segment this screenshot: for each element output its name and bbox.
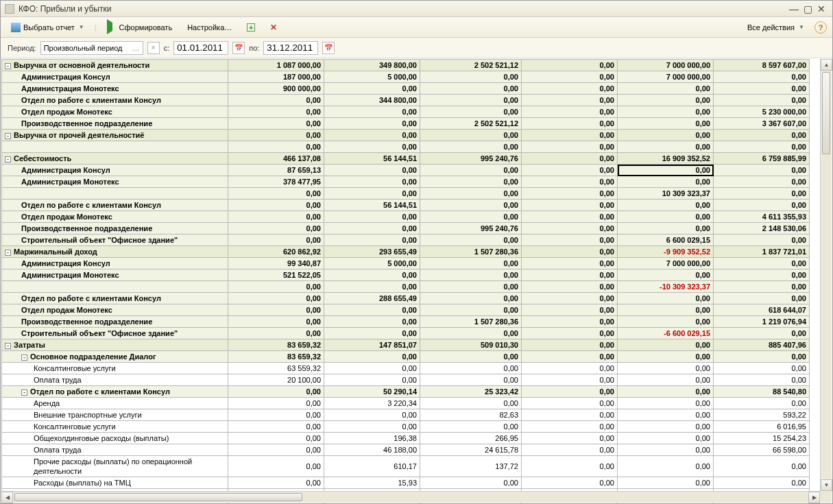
cell-value[interactable]: 0,00 (420, 351, 522, 363)
tree-toggle[interactable]: - (21, 389, 27, 396)
cell-value[interactable]: 0,00 (324, 374, 420, 386)
cell-value[interactable]: 0,00 (420, 176, 522, 188)
cell-value[interactable]: 66 598,00 (714, 444, 810, 456)
cell-value[interactable]: 0,00 (420, 269, 522, 281)
cell-value[interactable]: 0,00 (522, 153, 618, 165)
cell-value[interactable]: 25 323,42 (420, 386, 522, 398)
table-row[interactable]: Внешние транспортные услуги0,000,0082,63… (2, 409, 810, 421)
cell-value[interactable]: 0,00 (618, 444, 714, 456)
cell-value[interactable]: 0,00 (714, 374, 810, 386)
cell-value[interactable]: 0,00 (420, 398, 522, 409)
cell-value[interactable]: 0,00 (714, 141, 810, 153)
cell-value[interactable]: 0,00 (618, 421, 714, 433)
cell-value[interactable]: 0,00 (522, 60, 618, 71)
cell-value[interactable]: 521 522,05 (228, 269, 324, 281)
cell-value[interactable]: 0,00 (324, 421, 420, 433)
cell-value[interactable]: 509 010,30 (420, 339, 522, 351)
cell-value[interactable]: 0,00 (714, 363, 810, 374)
table-row[interactable]: Расходы (выплаты) на ТМЦ0,0015,930,000,0… (2, 477, 810, 489)
cell-value[interactable]: 56 144,51 (324, 153, 420, 165)
cell-value[interactable]: 0,00 (522, 165, 618, 176)
table-row[interactable]: Администрация Консул87 659,130,000,000,0… (2, 165, 810, 176)
cell-value[interactable]: 0,00 (618, 223, 714, 235)
cell-value[interactable]: 0,00 (420, 71, 522, 83)
cell-value[interactable]: 0,00 (324, 363, 420, 374)
cell-value[interactable]: 5 000,00 (324, 258, 420, 269)
cell-value[interactable]: 0,00 (714, 258, 810, 269)
cell-value[interactable]: 1 837 721,01 (714, 246, 810, 258)
cell-value[interactable]: 0,00 (228, 386, 324, 398)
scroll-down-button[interactable]: ▼ (821, 479, 832, 491)
cell-value[interactable]: 63 559,32 (228, 363, 324, 374)
cell-value[interactable]: 0,00 (618, 351, 714, 363)
cell-value[interactable]: 266,95 (420, 433, 522, 444)
cell-value[interactable]: 1 507 280,36 (420, 316, 522, 328)
cell-value[interactable]: 0,00 (618, 456, 714, 477)
cell-value[interactable]: 83 659,32 (228, 339, 324, 351)
scroll-left-button[interactable]: ◀ (1, 492, 13, 503)
cell-value[interactable]: 0,00 (714, 165, 810, 176)
cell-value[interactable]: 0,00 (522, 71, 618, 83)
cell-value[interactable]: 0,00 (420, 477, 522, 489)
cell-value[interactable]: 0,00 (324, 188, 420, 200)
cell-value[interactable]: 147 851,07 (324, 339, 420, 351)
cell-value[interactable]: 0,00 (420, 374, 522, 386)
cell-value[interactable]: 0,00 (618, 339, 714, 351)
cell-value[interactable]: 0,00 (714, 71, 810, 83)
table-row[interactable]: Консалтинговые услуги0,000,000,000,000,0… (2, 421, 810, 433)
cell-value[interactable]: 0,00 (324, 281, 420, 293)
cell-value[interactable]: 1 507 280,36 (420, 246, 522, 258)
table-row[interactable]: Консалтинговые услуги63 559,320,000,000,… (2, 363, 810, 374)
cell-value[interactable]: 0,00 (420, 235, 522, 246)
table-row[interactable]: Общехолдинговые расходы (выплаты)0,00196… (2, 433, 810, 444)
cell-value[interactable]: 0,00 (420, 258, 522, 269)
table-row[interactable]: Отдел по работе с клиентами Консул0,0034… (2, 95, 810, 106)
cell-value[interactable]: 5 230 000,00 (714, 106, 810, 118)
cell-value[interactable]: 0,00 (618, 83, 714, 95)
table-row[interactable]: Строительный объект "Офисное здание"0,00… (2, 235, 810, 246)
minimize-button[interactable]: — (787, 3, 801, 14)
cell-value[interactable]: 7 000 000,00 (618, 258, 714, 269)
cell-value[interactable]: 0,00 (522, 316, 618, 328)
cell-value[interactable]: 0,00 (522, 477, 618, 489)
cell-value[interactable]: 0,00 (324, 106, 420, 118)
cell-value[interactable]: 0,00 (228, 106, 324, 118)
cell-value[interactable]: 0,00 (324, 351, 420, 363)
cell-value[interactable]: 0,00 (228, 223, 324, 235)
cell-value[interactable]: 0,00 (324, 176, 420, 188)
cell-value[interactable]: 0,00 (324, 235, 420, 246)
scroll-thumb[interactable] (14, 493, 302, 501)
table-row[interactable]: -Выручка от основной деятельности1 087 0… (2, 60, 810, 71)
all-actions-button[interactable]: Все действия ▼ (743, 21, 809, 34)
cell-value[interactable]: 0,00 (618, 118, 714, 130)
horizontal-scrollbar[interactable]: ◀ ▶ (1, 491, 820, 503)
cell-value[interactable]: 196,38 (324, 433, 420, 444)
cell-value[interactable]: 0,00 (228, 141, 324, 153)
table-row[interactable]: Производственное подразделение0,000,001 … (2, 316, 810, 328)
cell-value[interactable]: 15 254,23 (714, 433, 810, 444)
cell-value[interactable]: 20 100,00 (228, 374, 324, 386)
cell-value[interactable]: 5 000,00 (324, 71, 420, 83)
cell-value[interactable]: 0,00 (618, 316, 714, 328)
cell-value[interactable]: 288 655,49 (324, 293, 420, 304)
cell-value[interactable]: 0,00 (228, 211, 324, 223)
table-row[interactable]: 0,000,000,000,00-10 309 323,370,00 (2, 281, 810, 293)
cell-value[interactable]: 0,00 (618, 398, 714, 409)
cell-value[interactable]: 0,00 (618, 130, 714, 141)
table-row[interactable]: Производственное подразделение0,000,0099… (2, 223, 810, 235)
cell-value[interactable]: 0,00 (522, 374, 618, 386)
cell-value[interactable]: 0,00 (618, 165, 714, 176)
table-row[interactable]: Отдел по работе с клиентами Консул0,0028… (2, 293, 810, 304)
cell-value[interactable]: 6 016,95 (714, 421, 810, 433)
cell-value[interactable]: 0,00 (522, 176, 618, 188)
table-row[interactable]: -Выручка от прочей деятельностиё0,000,00… (2, 130, 810, 141)
cell-value[interactable]: 0,00 (324, 328, 420, 339)
cell-value[interactable]: 3 220,34 (324, 398, 420, 409)
table-row[interactable]: 0,000,000,000,000,000,00 (2, 141, 810, 153)
cell-value[interactable]: 0,00 (324, 118, 420, 130)
cell-value[interactable]: 0,00 (522, 444, 618, 456)
cell-value[interactable]: 0,00 (228, 477, 324, 489)
cell-value[interactable]: 46 188,00 (324, 444, 420, 456)
cell-value[interactable]: 0,00 (324, 83, 420, 95)
cell-value[interactable]: 618 644,07 (714, 304, 810, 316)
